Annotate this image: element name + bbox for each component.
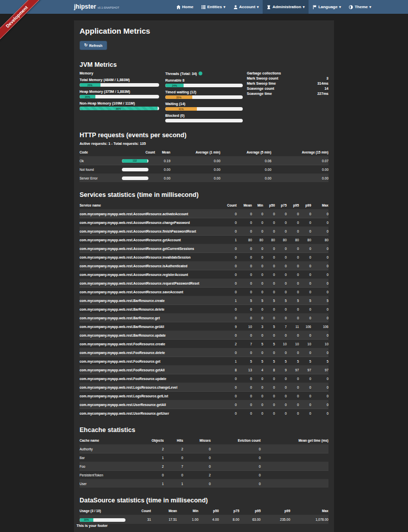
metric-value-cell: 0	[287, 400, 299, 409]
column-header: Average (5 min)	[220, 148, 271, 157]
nav-item-label: Language	[318, 5, 338, 9]
metric-value-cell: 0	[311, 314, 328, 322]
nav-item-theme[interactable]: Theme ▾	[345, 0, 375, 14]
nav-item-administration[interactable]: Administration ▾	[263, 0, 309, 14]
metric-value-cell: 0	[225, 218, 237, 227]
metric-value-cell: 0.00	[220, 174, 271, 183]
gc-row: Mark Sweep count 3	[247, 76, 328, 81]
metric-value-cell: 0	[287, 279, 299, 288]
metric-value-cell: 5	[263, 322, 275, 331]
metric-value-cell: 0	[275, 400, 287, 409]
total-memory-progressbar: 26%	[80, 83, 159, 87]
threads-heading: Threads (Total: 34)	[165, 71, 243, 75]
metric-value-cell: 1	[225, 357, 237, 366]
http-count-progressbar	[122, 168, 148, 171]
nav-item-home[interactable]: Home	[172, 0, 197, 14]
row-label-cell: com.mycompany.myapp.web.rest.FooResource…	[80, 357, 225, 366]
metric-value-cell: 0	[287, 374, 299, 383]
metric-value-cell: 0	[287, 227, 299, 236]
metric-value-cell: 9	[275, 366, 287, 374]
table-row: com.mycompany.myapp.web.rest.FooResource…	[80, 366, 328, 374]
metric-value-cell	[261, 471, 328, 479]
nav-item-label: Theme	[354, 5, 368, 9]
metric-value-cell: 0	[183, 462, 211, 471]
metric-value-cell: 9	[225, 322, 237, 331]
metric-value-cell: 0	[211, 462, 261, 471]
metric-value-cell: 8	[263, 366, 275, 374]
metric-value-cell: 0.00	[155, 174, 170, 183]
metric-value-cell: 10	[287, 340, 299, 348]
column-header: Max	[290, 507, 328, 515]
metric-value-cell: 0	[237, 288, 252, 296]
nonheap-memory-progressbar: 98%	[80, 107, 159, 110]
metric-value-cell: 0.00	[271, 165, 328, 174]
column-header: Eviction count	[211, 437, 261, 445]
gc-label: Scavenge time	[247, 91, 272, 96]
metric-value-cell: 10	[299, 340, 311, 348]
metric-value-cell: 235.00	[261, 515, 290, 524]
metric-value-cell: 10	[237, 322, 252, 331]
metric-value-cell: 0	[237, 331, 252, 340]
metric-value-cell: 0	[299, 400, 311, 409]
table-row: com.mycompany.myapp.web.rest.LogsResourc…	[80, 383, 328, 392]
table-row: com.mycompany.myapp.web.rest.AccountReso…	[80, 288, 328, 296]
nav-item-label: Account	[239, 5, 256, 9]
metric-value-cell: 0	[263, 374, 275, 383]
column-header: p95	[239, 507, 261, 515]
metric-value-cell: 0	[287, 288, 299, 296]
column-header: Count	[127, 507, 151, 515]
table-row: Authority2200	[80, 445, 328, 453]
row-label-cell: com.mycompany.myapp.web.rest.LogsResourc…	[80, 383, 225, 392]
nav-item-entities[interactable]: Entities ▾	[197, 0, 229, 14]
threads-runnable-progressbar: 24%	[165, 84, 243, 87]
brand-link[interactable]: jhipster v0.1-SNAPSHOT	[74, 0, 119, 14]
nav-item-account[interactable]: Account ▾	[230, 0, 263, 14]
metric-value-cell: 0	[252, 253, 263, 262]
progressbar-fill: 24%	[165, 84, 184, 87]
row-label-cell: com.mycompany.myapp.web.rest.FooResource…	[80, 340, 225, 348]
row-label-cell: com.mycompany.myapp.web.rest.BarResource…	[80, 331, 225, 340]
metric-value-cell: 0	[237, 210, 252, 218]
metric-value-cell: 0	[164, 453, 183, 462]
metric-value-cell: 0	[263, 314, 275, 322]
metric-value-cell: 0.00	[271, 174, 328, 183]
metric-value-cell: 0	[252, 392, 263, 400]
metric-value-cell: 0	[311, 253, 328, 262]
column-header: p95	[287, 201, 299, 210]
metric-value-cell: 0	[237, 305, 252, 314]
row-label-cell: Bar	[80, 453, 141, 462]
table-row: com.mycompany.myapp.web.rest.BarResource…	[80, 331, 328, 340]
page-footer: This is your footer	[76, 524, 108, 527]
row-label-cell: Authority	[80, 445, 141, 453]
refresh-button[interactable]: ↻ Refresh	[80, 41, 107, 50]
metric-value-cell: 3	[252, 322, 263, 331]
heap-memory-progressbar: 20%	[80, 95, 159, 98]
table-row: com.mycompany.myapp.web.rest.LogsResourc…	[80, 392, 328, 400]
table-row: com.mycompany.myapp.web.rest.BarResource…	[80, 296, 328, 305]
metric-value-cell: 4	[252, 366, 263, 374]
metric-value-cell: 1	[225, 236, 237, 244]
metric-value-cell: 0	[263, 400, 275, 409]
metric-value-cell: 0	[275, 279, 287, 288]
metric-value-cell: 0.07	[271, 157, 328, 165]
nav-item-language[interactable]: Language ▾	[309, 0, 345, 14]
threads-waiting-progressbar: 41%	[165, 107, 243, 111]
metric-value-cell	[261, 462, 328, 471]
metric-value-cell: 5	[287, 296, 299, 305]
table-row: Not found 0.00 0.00 0.00 0.00	[80, 165, 328, 174]
table-row: com.mycompany.myapp.web.rest.FooResource…	[80, 374, 328, 383]
metric-value-cell: 0	[299, 305, 311, 314]
threads-waiting-label: Waiting (14)	[165, 102, 243, 106]
column-header: p50	[198, 507, 219, 515]
metric-value-cell: 0	[287, 314, 299, 322]
row-label-cell: com.mycompany.myapp.web.rest.BarResource…	[80, 296, 225, 305]
metric-value-cell: 2	[141, 462, 164, 471]
metric-value-cell: 0	[311, 262, 328, 270]
metric-value-cell: 0	[263, 270, 275, 279]
metric-value-cell: 0	[237, 348, 252, 357]
refresh-icon: ↻	[84, 43, 88, 47]
metric-value-cell: 0	[311, 244, 328, 253]
row-label-cell: com.mycompany.myapp.web.rest.BarResource…	[80, 305, 225, 314]
thread-dump-icon[interactable]	[198, 71, 202, 75]
metric-value-cell: 0	[311, 348, 328, 357]
